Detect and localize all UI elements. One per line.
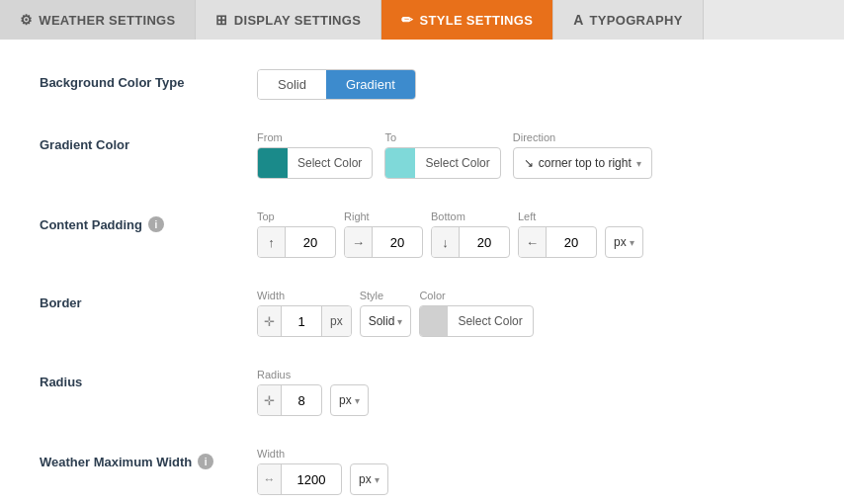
padding-fields-row: Top ↑ Right → Bottom	[257, 210, 804, 258]
radius-input-wrap: ✛	[257, 384, 322, 416]
solid-button[interactable]: Solid	[258, 70, 326, 99]
max-width-fields-row: Width ↔ px ▾	[257, 448, 804, 495]
padding-bottom-group: Bottom ↓	[431, 210, 510, 258]
padding-left-input-wrap: ←	[518, 226, 597, 258]
border-color-picker[interactable]: Select Color	[419, 305, 533, 337]
radius-unit-select[interactable]: px ▾	[330, 384, 369, 416]
content-padding-row: Content Padding i Top ↑ Right →	[40, 210, 804, 258]
padding-right-icon: →	[345, 227, 373, 257]
radius-field-label: Radius	[257, 369, 322, 380]
bg-color-type-label: Background Color Type	[40, 69, 257, 90]
padding-left-group: Left ←	[518, 210, 597, 258]
radius-row: Radius Radius ✛ px ▾	[40, 369, 804, 416]
max-width-label: Weather Maximum Width i	[40, 448, 257, 469]
radius-control: Radius ✛ px ▾	[257, 369, 804, 416]
gradient-button[interactable]: Gradient	[326, 70, 415, 99]
padding-left-input[interactable]	[547, 235, 596, 250]
padding-unit-chevron-icon: ▾	[630, 237, 634, 248]
main-content: Background Color Type Solid Gradient Gra…	[0, 40, 844, 504]
border-drag-icon: ✛	[258, 306, 282, 336]
border-style-label: Style	[360, 290, 412, 301]
tab-display-label: DISPLAY SETTINGS	[234, 13, 361, 28]
tab-display[interactable]: ⊞ DISPLAY SETTINGS	[196, 0, 381, 40]
gradient-color-row: Gradient Color From Select Color To	[40, 131, 804, 179]
border-width-input[interactable]	[282, 314, 321, 329]
border-color-label: Color	[419, 290, 533, 301]
radius-unit-chevron-icon: ▾	[355, 395, 360, 406]
content-padding-label: Content Padding i	[40, 210, 257, 232]
border-style-value: Solid	[369, 314, 395, 328]
padding-right-input-wrap: →	[344, 226, 423, 258]
padding-left-label: Left	[518, 210, 597, 222]
tab-typography-label: TYPOGRAPHY	[590, 13, 683, 28]
bg-color-type-control: Solid Gradient	[257, 69, 804, 100]
border-unit-label: px	[321, 306, 351, 336]
radius-field-group: Radius ✛	[257, 369, 322, 416]
to-select-label: Select Color	[415, 156, 499, 170]
border-width-label: Width	[257, 290, 352, 301]
radius-input[interactable]	[282, 393, 321, 408]
max-width-field-label: Width	[257, 448, 342, 460]
padding-top-group: Top ↑	[257, 210, 336, 258]
radius-drag-icon: ✛	[258, 385, 282, 415]
padding-top-icon: ↑	[258, 227, 286, 257]
top-nav: ⚙ WEATHER SETTINGS ⊞ DISPLAY SETTINGS ✏ …	[0, 0, 844, 40]
from-select-label: Select Color	[288, 156, 372, 170]
border-style-chevron-icon: ▾	[397, 316, 402, 327]
tab-weather-label: WEATHER SETTINGS	[39, 13, 175, 28]
to-label: To	[384, 131, 500, 143]
radius-unit-label: px	[339, 393, 352, 407]
direction-select[interactable]: ↘ corner top to right ▾	[513, 147, 652, 179]
from-color-group: From Select Color	[257, 131, 373, 179]
padding-top-label: Top	[257, 210, 336, 222]
tab-weather[interactable]: ⚙ WEATHER SETTINGS	[0, 0, 196, 40]
bg-color-type-row: Background Color Type Solid Gradient	[40, 69, 804, 100]
max-width-input-wrap: ↔	[257, 463, 342, 495]
typography-icon: A	[573, 12, 583, 28]
max-width-unit-chevron-icon: ▾	[375, 474, 380, 485]
border-color-swatch	[420, 306, 448, 336]
from-label: From	[257, 131, 373, 143]
border-color-select-label: Select Color	[448, 314, 532, 328]
padding-top-input[interactable]	[286, 235, 335, 250]
tab-style[interactable]: ✏ STYLE SETTINGS	[381, 0, 553, 40]
gradient-row: From Select Color To Select Color	[257, 131, 804, 179]
max-width-input[interactable]	[282, 472, 341, 487]
border-width-wrap: ✛ px	[257, 305, 352, 337]
tab-typography[interactable]: A TYPOGRAPHY	[553, 0, 703, 40]
border-control: Width ✛ px Style Solid ▾	[257, 290, 804, 337]
padding-right-input[interactable]	[373, 235, 422, 250]
padding-right-group: Right →	[344, 210, 423, 258]
direction-label: Direction	[513, 131, 652, 143]
content-padding-info-icon[interactable]: i	[148, 216, 164, 232]
padding-top-input-wrap: ↑	[257, 226, 336, 258]
padding-bottom-input[interactable]	[460, 235, 509, 250]
padding-unit-label: px	[614, 235, 627, 249]
max-width-field-group: Width ↔	[257, 448, 342, 495]
max-width-unit-select[interactable]: px ▾	[350, 463, 388, 495]
max-width-drag-icon: ↔	[258, 464, 282, 494]
max-width-control: Width ↔ px ▾	[257, 448, 804, 495]
to-color-group: To Select Color	[384, 131, 500, 179]
border-color-group: Color Select Color	[419, 290, 533, 337]
max-width-info-icon[interactable]: i	[198, 454, 213, 469]
direction-value: corner top to right	[539, 156, 632, 170]
direction-arrow-icon: ↘	[524, 156, 534, 170]
content-padding-control: Top ↑ Right → Bottom	[257, 210, 804, 258]
radius-label: Radius	[40, 369, 257, 389]
border-style-group: Style Solid ▾	[360, 290, 412, 337]
from-color-picker[interactable]: Select Color	[257, 147, 373, 179]
from-color-swatch	[258, 148, 288, 178]
padding-bottom-input-wrap: ↓	[431, 226, 510, 258]
padding-bottom-icon: ↓	[432, 227, 460, 257]
max-width-row: Weather Maximum Width i Width ↔ px ▾	[40, 448, 804, 495]
to-color-picker[interactable]: Select Color	[384, 147, 500, 179]
display-icon: ⊞	[215, 12, 227, 28]
padding-left-icon: ←	[519, 227, 547, 257]
border-row: Border Width ✛ px Style Solid	[40, 290, 804, 337]
border-style-select[interactable]: Solid ▾	[360, 305, 412, 337]
border-width-group: Width ✛ px	[257, 290, 352, 337]
gradient-color-label: Gradient Color	[40, 131, 257, 152]
padding-unit-select[interactable]: px ▾	[605, 226, 643, 258]
weather-icon: ⚙	[20, 12, 33, 28]
